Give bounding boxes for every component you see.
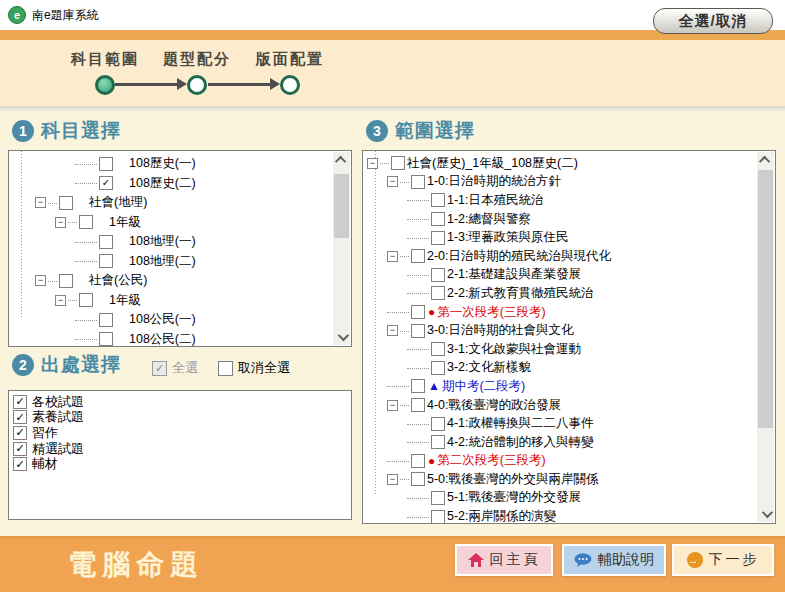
expander-minus-icon[interactable]: − xyxy=(387,325,398,336)
step-circle[interactable] xyxy=(187,75,207,95)
tree-checkbox[interactable] xyxy=(431,435,445,449)
select-all-checkbox[interactable]: ✓ 全選 xyxy=(152,359,198,377)
tree-checkbox[interactable] xyxy=(411,472,425,486)
tree-node[interactable]: 5-1:戰後臺灣的外交發展 xyxy=(363,489,775,508)
source-list-item[interactable]: ✓素養試題 xyxy=(13,410,347,426)
tree-node[interactable]: ✓108歷史(二) xyxy=(11,174,351,194)
tree-node[interactable]: 108公民(二) xyxy=(11,330,351,347)
tree-node[interactable]: ●第二次段考(三段考) xyxy=(363,452,775,471)
tree-node[interactable]: 3-2:文化新樣貌 xyxy=(363,359,775,378)
tree-node[interactable]: −1年級 xyxy=(11,213,351,233)
help-button[interactable]: 輔助說明 xyxy=(562,544,666,576)
tree-node[interactable]: −5-0:戰後臺灣的外交與兩岸關係 xyxy=(363,470,775,489)
tree-checkbox[interactable] xyxy=(431,342,445,356)
checkbox-icon[interactable] xyxy=(218,361,233,376)
expander-minus-icon[interactable]: − xyxy=(35,197,46,208)
tree-checkbox[interactable] xyxy=(79,293,93,307)
scroll-down-icon[interactable] xyxy=(333,329,350,345)
tree-checkbox[interactable] xyxy=(411,305,425,319)
checkbox-checked-icon[interactable]: ✓ xyxy=(13,395,27,409)
tree-node[interactable]: −4-0:戰後臺灣的政治發展 xyxy=(363,396,775,415)
tree-checkbox[interactable] xyxy=(431,286,445,300)
tree-checkbox[interactable] xyxy=(99,332,113,346)
checkbox-checked-icon[interactable]: ✓ xyxy=(13,457,27,471)
expander-minus-icon[interactable]: − xyxy=(367,158,378,169)
tree-checkbox[interactable] xyxy=(431,491,445,505)
tree-checkbox[interactable] xyxy=(411,175,425,189)
scroll-up-icon[interactable] xyxy=(333,152,350,168)
checkbox-checked-icon[interactable]: ✓ xyxy=(13,426,27,440)
tree-node[interactable]: 108公民(一) xyxy=(11,310,351,330)
tree-checkbox[interactable] xyxy=(411,324,425,338)
tree-node[interactable]: 1-3:理蕃政策與原住民 xyxy=(363,228,775,247)
tree-checkbox[interactable] xyxy=(431,361,445,375)
tree-checkbox[interactable] xyxy=(59,196,73,210)
source-list-item[interactable]: ✓各校試題 xyxy=(13,394,347,410)
tree-node[interactable]: ▲期中考(二段考) xyxy=(363,377,775,396)
tree-checkbox[interactable]: ✓ xyxy=(99,176,113,190)
source-list-item[interactable]: ✓習作 xyxy=(13,425,347,441)
next-step-button[interactable]: → 下一步 xyxy=(672,544,774,576)
checkbox-checked-icon[interactable]: ✓ xyxy=(13,410,27,424)
expander-minus-icon[interactable]: − xyxy=(387,474,398,485)
scope-tree-scrollbar[interactable] xyxy=(757,152,774,522)
tree-node[interactable]: ●第一次段考(三段考) xyxy=(363,303,775,322)
step-subject-range[interactable]: 科目範圍 xyxy=(67,50,143,95)
source-list-item[interactable]: ✓精選試題 xyxy=(13,441,347,457)
tree-node[interactable]: 4-2:統治體制的移入與轉變 xyxy=(363,433,775,452)
expander-minus-icon[interactable]: − xyxy=(387,400,398,411)
checkbox-checked-icon[interactable]: ✓ xyxy=(13,442,27,456)
tree-node[interactable]: −社會(歷史)_1年級_108歷史(二) xyxy=(363,154,775,173)
tree-node[interactable]: −1年級 xyxy=(11,291,351,311)
deselect-all-checkbox[interactable]: 取消全選 xyxy=(218,359,290,377)
source-list-item[interactable]: ✓輔材 xyxy=(13,456,347,472)
scroll-up-icon[interactable] xyxy=(757,152,774,168)
tree-node[interactable]: −2-0:日治時期的殖民統治與現代化 xyxy=(363,247,775,266)
expander-minus-icon[interactable]: − xyxy=(387,251,398,262)
tree-node[interactable]: 3-1:文化啟蒙與社會運動 xyxy=(363,340,775,359)
tree-node[interactable]: 108歷史(一) xyxy=(11,154,351,174)
expander-minus-icon[interactable]: − xyxy=(55,217,66,228)
scrollbar-thumb[interactable] xyxy=(334,174,349,238)
tree-checkbox[interactable] xyxy=(431,193,445,207)
home-button[interactable]: 回主頁 xyxy=(455,544,553,576)
step-circle[interactable] xyxy=(280,75,300,95)
tree-checkbox[interactable] xyxy=(99,235,113,249)
tree-checkbox[interactable] xyxy=(99,157,113,171)
checkbox-checked-icon[interactable]: ✓ xyxy=(152,361,167,376)
tree-node[interactable]: 4-1:政權轉換與二二八事件 xyxy=(363,414,775,433)
step-layout[interactable]: 版面配置 xyxy=(252,50,328,95)
scroll-down-icon[interactable] xyxy=(757,506,774,522)
tree-node[interactable]: 1-1:日本殖民統治 xyxy=(363,191,775,210)
tree-checkbox[interactable] xyxy=(411,398,425,412)
tree-checkbox[interactable] xyxy=(391,156,405,170)
tree-node[interactable]: −社會(地理) xyxy=(11,193,351,213)
tree-checkbox[interactable] xyxy=(431,212,445,226)
tree-checkbox[interactable] xyxy=(431,510,445,523)
tree-checkbox[interactable] xyxy=(411,379,425,393)
tree-checkbox[interactable] xyxy=(79,215,93,229)
tree-node[interactable]: 108地理(一) xyxy=(11,232,351,252)
tree-node[interactable]: 1-2:總督與警察 xyxy=(363,210,775,229)
tree-checkbox[interactable] xyxy=(99,313,113,327)
select-all-toggle-button[interactable]: 全選/取消 xyxy=(653,8,773,34)
expander-minus-icon[interactable]: − xyxy=(55,295,66,306)
tree-checkbox[interactable] xyxy=(411,249,425,263)
tree-checkbox[interactable] xyxy=(431,268,445,282)
tree-checkbox[interactable] xyxy=(99,254,113,268)
tree-checkbox[interactable] xyxy=(431,231,445,245)
scrollbar-thumb[interactable] xyxy=(758,170,773,428)
tree-node[interactable]: 2-1:基礎建設與產業發展 xyxy=(363,266,775,285)
tree-node[interactable]: 5-2:兩岸關係的演變 xyxy=(363,507,775,523)
tree-node[interactable]: 108地理(二) xyxy=(11,252,351,272)
step-circle-active[interactable] xyxy=(95,75,115,95)
expander-minus-icon[interactable]: − xyxy=(35,275,46,286)
tree-node[interactable]: −社會(公民) xyxy=(11,271,351,291)
subject-tree-scrollbar[interactable] xyxy=(333,152,350,345)
step-question-allocation[interactable]: 題型配分 xyxy=(159,50,235,95)
tree-checkbox[interactable] xyxy=(411,454,425,468)
tree-node[interactable]: 2-2:新式教育貫徹殖民統治 xyxy=(363,284,775,303)
tree-checkbox[interactable] xyxy=(59,274,73,288)
expander-minus-icon[interactable]: − xyxy=(387,176,398,187)
tree-node[interactable]: −1-0:日治時期的統治方針 xyxy=(363,173,775,192)
